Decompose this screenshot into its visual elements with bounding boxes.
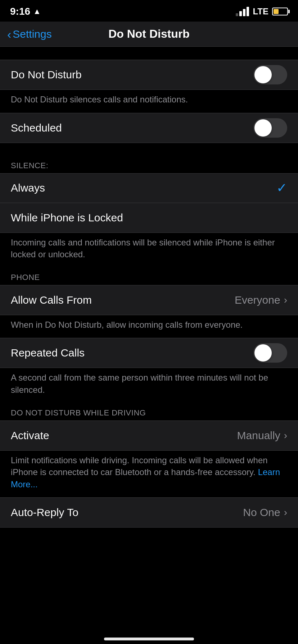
allow-calls-footer: When in Do Not Disturb, allow incoming c… <box>0 315 298 338</box>
allow-calls-chevron-icon: › <box>284 294 287 306</box>
auto-reply-group: Auto-Reply To No One › <box>0 497 298 528</box>
dnd-group: Do Not Disturb <box>0 60 298 90</box>
repeated-calls-row: Repeated Calls <box>0 338 298 368</box>
allow-calls-label: Allow Calls From <box>11 294 92 306</box>
signal-bar-2 <box>239 11 242 16</box>
dnd-toggle-knob <box>254 66 272 83</box>
battery-fill <box>274 9 279 14</box>
signal-bar-1 <box>236 13 238 16</box>
driving-header: DO NOT DISTURB WHILE DRIVING <box>0 403 298 420</box>
checkmark-icon: ✓ <box>276 180 287 196</box>
repeated-calls-label: Repeated Calls <box>11 347 85 359</box>
dnd-footer: Do Not Disturb silences calls and notifi… <box>0 90 298 113</box>
spacer-1 <box>0 47 298 60</box>
driving-footer: Limit notifications while driving. Incom… <box>0 451 298 498</box>
driving-group: Activate Manually › <box>0 420 298 451</box>
auto-reply-right: No One › <box>243 506 287 519</box>
silence-footer: Incoming calls and notifications will be… <box>0 233 298 268</box>
while-locked-row[interactable]: While iPhone is Locked <box>0 203 298 233</box>
while-locked-label: While iPhone is Locked <box>11 212 123 224</box>
signal-bar-3 <box>243 9 245 16</box>
phone-group: Allow Calls From Everyone › <box>0 285 298 315</box>
page-title: Do Not Disturb <box>108 27 190 41</box>
allow-calls-value: Everyone <box>235 294 280 306</box>
auto-reply-row[interactable]: Auto-Reply To No One › <box>0 498 298 527</box>
repeated-calls-toggle[interactable] <box>253 343 287 363</box>
phone-header: PHONE <box>0 268 298 285</box>
signal-bars <box>236 7 249 16</box>
allow-calls-right: Everyone › <box>235 294 287 306</box>
scheduled-toggle[interactable] <box>253 118 287 138</box>
back-chevron-icon: ‹ <box>7 28 11 40</box>
lte-label: LTE <box>253 6 268 17</box>
signal-bar-4 <box>247 7 249 16</box>
scheduled-group: Scheduled <box>0 113 298 143</box>
auto-reply-chevron-icon: › <box>284 507 287 518</box>
scheduled-toggle-knob <box>254 119 272 137</box>
always-row[interactable]: Always ✓ <box>0 174 298 203</box>
dnd-row: Do Not Disturb <box>0 60 298 89</box>
repeated-calls-footer: A second call from the same person withi… <box>0 368 298 403</box>
auto-reply-value: No One <box>243 506 280 519</box>
allow-calls-row[interactable]: Allow Calls From Everyone › <box>0 285 298 315</box>
battery <box>272 8 288 15</box>
dnd-toggle[interactable] <box>253 65 287 84</box>
back-button[interactable]: ‹ Settings <box>7 28 52 40</box>
silence-group: Always ✓ While iPhone is Locked <box>0 173 298 233</box>
scheduled-label: Scheduled <box>11 122 62 134</box>
settings-content: Do Not Disturb Do Not Disturb silences c… <box>0 47 298 528</box>
silence-header: SILENCE: <box>0 156 298 173</box>
activate-row[interactable]: Activate Manually › <box>0 421 298 450</box>
always-label: Always <box>11 182 45 194</box>
spacer-2 <box>0 143 298 156</box>
navigation-bar: ‹ Settings Do Not Disturb <box>0 22 298 47</box>
time-label: 9:16 <box>10 6 30 17</box>
repeated-calls-group: Repeated Calls <box>0 338 298 368</box>
back-label: Settings <box>13 28 51 40</box>
scheduled-row: Scheduled <box>0 113 298 143</box>
activate-value: Manually <box>237 429 280 442</box>
activate-label: Activate <box>11 429 49 442</box>
activate-chevron-icon: › <box>284 430 287 441</box>
status-right: LTE <box>236 6 288 17</box>
battery-body <box>272 8 288 15</box>
repeated-calls-toggle-knob <box>254 344 272 362</box>
activate-right: Manually › <box>237 429 287 442</box>
auto-reply-label: Auto-Reply To <box>11 506 78 519</box>
dnd-label: Do Not Disturb <box>11 69 82 81</box>
status-time: 9:16 ▲ <box>10 6 41 17</box>
location-icon: ▲ <box>33 7 41 16</box>
home-indicator <box>104 638 194 640</box>
status-bar: 9:16 ▲ LTE <box>0 0 298 22</box>
